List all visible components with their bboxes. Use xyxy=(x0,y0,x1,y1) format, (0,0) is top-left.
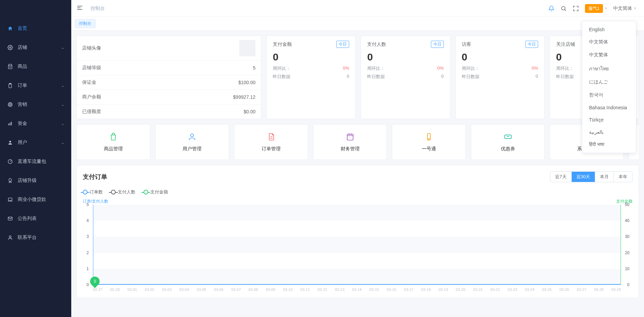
y-right-tick: 50 xyxy=(625,202,629,207)
sidebar-item-label: 首页 xyxy=(18,25,64,32)
x-tick: 03-19 xyxy=(438,287,448,292)
quick-link-label: 优惠券 xyxy=(501,146,515,152)
range-option-3[interactable]: 本年 xyxy=(614,172,632,182)
chevron-down-icon: ▾ xyxy=(605,6,607,11)
stat-prev-label: 昨日数据 xyxy=(556,74,574,80)
stat-title: 访客 xyxy=(462,41,471,48)
quick-link-4[interactable]: 一号通 xyxy=(392,124,466,160)
shop-info-value: $0.00 xyxy=(244,109,255,114)
lang-option-0[interactable]: English xyxy=(582,23,636,36)
quick-link-0[interactable]: 商品管理 xyxy=(76,124,150,160)
badge-icon xyxy=(7,178,14,183)
stat-title: 支付人数 xyxy=(367,41,386,48)
x-tick: 03-27 xyxy=(577,287,586,292)
sidebar-item-4[interactable]: 营销⌄ xyxy=(0,95,71,114)
stat-week-label: 周环比： xyxy=(367,66,385,72)
lang-option-7[interactable]: Türkçe xyxy=(582,114,636,126)
shop-info-label: 已借额度 xyxy=(82,109,101,115)
x-tick: 03-07 xyxy=(231,287,241,292)
lang-option-5[interactable]: 한국어 xyxy=(582,89,636,101)
user-menu[interactable]: 服气1 ▾ xyxy=(585,4,607,13)
sidebar-item-3[interactable]: 订单⌄ xyxy=(0,76,71,95)
x-tick: 03-18 xyxy=(421,287,431,292)
hamburger-toggle-icon[interactable] xyxy=(76,4,84,12)
fullscreen-icon[interactable] xyxy=(573,5,579,12)
sidebar-item-8[interactable]: 店铺升级 xyxy=(0,171,71,190)
sidebar-item-label: 资金 xyxy=(18,120,61,127)
sidebar-item-10[interactable]: 公告列表 xyxy=(0,209,71,228)
lang-option-8[interactable]: بالعربية xyxy=(582,126,636,138)
svg-point-20 xyxy=(191,134,194,137)
x-tick: 03-16 xyxy=(387,287,396,292)
shop-info-row: 商户余额$99927.12 xyxy=(77,90,261,105)
x-tick: 03-08 xyxy=(248,287,258,292)
sidebar-item-label: 商业小微贷款 xyxy=(18,197,64,203)
bell-icon[interactable] xyxy=(548,5,554,12)
language-dropdown-panel: English中文简体中文繁体ภาษาไทยにほんご한국어Bahasa Indo… xyxy=(582,21,636,153)
sidebar-item-1[interactable]: 店铺⌄ xyxy=(0,38,71,57)
y-right-tick: 30 xyxy=(625,234,629,239)
sidebar-item-7[interactable]: 直通车流量包 xyxy=(0,152,71,171)
x-tick: 03-03 xyxy=(162,287,172,292)
lang-option-3[interactable]: ภาษาไทย xyxy=(582,61,636,76)
quick-link-1[interactable]: 用户管理 xyxy=(155,124,229,160)
sidebar-item-5[interactable]: 资金⌄ xyxy=(0,114,71,133)
user-outline-icon xyxy=(188,132,196,141)
legend-item-0[interactable]: 订单数 xyxy=(83,189,103,195)
chevron-down-icon: ▾ xyxy=(634,6,636,11)
svg-rect-24 xyxy=(505,135,511,138)
shop-info-row: 已借额度$0.00 xyxy=(77,105,261,119)
svg-rect-21 xyxy=(347,134,353,140)
quick-link-label: 一号通 xyxy=(422,146,436,152)
x-tick: 03-20 xyxy=(456,287,465,292)
svg-point-18 xyxy=(562,6,565,10)
search-icon[interactable] xyxy=(561,5,567,12)
x-tick: 03-10 xyxy=(283,287,292,292)
chevron-down-icon: ⌄ xyxy=(61,140,64,145)
stat-prev-label: 昨日数据 xyxy=(273,74,290,80)
sidebar-item-label: 联系平台 xyxy=(18,235,64,241)
tab-dashboard[interactable]: 控制台 xyxy=(75,19,96,28)
y-left-tick: 0 xyxy=(87,282,89,287)
x-tick: 03-25 xyxy=(542,287,552,292)
shop-info-row: 保证金$100.00 xyxy=(77,75,261,90)
shop-info-row: 店铺等级5 xyxy=(77,61,261,75)
legend-swatch-icon xyxy=(144,190,148,194)
range-option-2[interactable]: 本月 xyxy=(595,172,614,182)
lang-option-2[interactable]: 中文繁体 xyxy=(582,49,636,61)
y-left-tick: 1 xyxy=(87,266,89,271)
stat-prev-value: 0 xyxy=(441,74,443,80)
shop-info-value: 5 xyxy=(253,65,255,71)
gear-icon xyxy=(7,45,14,50)
sidebar-item-9[interactable]: 商业小微贷款 xyxy=(0,190,71,209)
quick-link-5[interactable]: 优惠券 xyxy=(471,124,545,160)
quick-link-3[interactable]: 财务管理 xyxy=(313,124,387,160)
lang-option-4[interactable]: にほんご xyxy=(582,76,636,89)
sidebar-item-11[interactable]: 联系平台 xyxy=(0,228,71,247)
sidebar-item-2[interactable]: 商品 xyxy=(0,57,71,76)
range-option-1[interactable]: 近30天 xyxy=(572,172,595,182)
legend-item-1[interactable]: 支付人数 xyxy=(111,189,135,195)
lang-option-9[interactable]: हिंदी भाषा xyxy=(582,138,636,151)
quick-link-2[interactable]: 订单管理 xyxy=(234,124,308,160)
legend-item-2[interactable]: 支付金额 xyxy=(144,189,168,195)
coupon-icon xyxy=(504,132,512,141)
legend-swatch-icon xyxy=(83,190,88,194)
chart-plot-area: 0 00110220330440550 xyxy=(93,205,621,285)
shop-info-label: 店铺等级 xyxy=(82,65,101,71)
chevron-down-icon: ⌄ xyxy=(61,45,64,50)
y-left-tick: 2 xyxy=(87,250,89,255)
gauge-icon xyxy=(7,159,14,164)
legend-swatch-icon xyxy=(111,190,116,194)
date-range-group: 近7天近30天本月本年 xyxy=(550,171,632,182)
lang-option-6[interactable]: Bahasa Indonesia xyxy=(582,101,636,114)
range-option-0[interactable]: 近7天 xyxy=(550,172,571,182)
stat-week-label: 周环比： xyxy=(462,66,479,72)
chart-baseline xyxy=(93,284,621,285)
sidebar-item-6[interactable]: 用户⌄ xyxy=(0,133,71,152)
language-selector[interactable]: 中文简体 ▾ xyxy=(613,5,639,12)
x-tick: 03-24 xyxy=(525,287,534,292)
grid-band xyxy=(93,237,621,253)
lang-option-1[interactable]: 中文简体 xyxy=(582,36,636,49)
sidebar-item-0[interactable]: 首页 xyxy=(0,19,71,38)
